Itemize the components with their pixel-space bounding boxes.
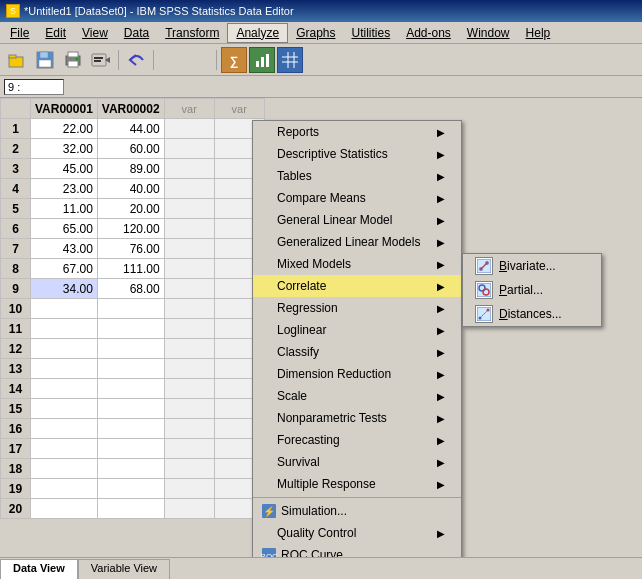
dialog-recall-button[interactable] [88,47,114,73]
cell-empty[interactable] [164,459,214,479]
cell-empty[interactable] [164,159,214,179]
menu-window[interactable]: Window [459,24,518,42]
print-button[interactable] [60,47,86,73]
cell-var2[interactable]: 111.00 [97,259,164,279]
cell-var1[interactable] [31,499,98,519]
open-button[interactable] [4,47,30,73]
cell-var2[interactable] [97,479,164,499]
cell-var2[interactable] [97,499,164,519]
cell-empty[interactable] [164,119,214,139]
cell-var1[interactable]: 43.00 [31,239,98,259]
cell-empty[interactable] [164,379,214,399]
cell-empty[interactable] [164,299,214,319]
menu-item-correlate[interactable]: Correlate ▶ [253,275,461,297]
menu-item-loglinear[interactable]: Loglinear ▶ [253,319,461,341]
cell-empty[interactable] [164,399,214,419]
cell-empty[interactable] [164,439,214,459]
cell-var1[interactable]: 23.00 [31,179,98,199]
menu-item-quality[interactable]: Quality Control ▶ [253,522,461,544]
menu-item-descriptive[interactable]: Descriptive Statistics ▶ [253,143,461,165]
menu-utilities[interactable]: Utilities [343,24,398,42]
col-header-var3[interactable]: var [164,99,214,119]
col-header-var4[interactable]: var [214,99,264,119]
menu-item-nonparametric[interactable]: Nonparametric Tests ▶ [253,407,461,429]
cell-var1[interactable] [31,479,98,499]
cell-empty[interactable] [164,419,214,439]
cell-empty[interactable] [164,219,214,239]
cell-var1[interactable]: 34.00 [31,279,98,299]
variables-button[interactable] [186,47,212,73]
cell-empty[interactable] [164,319,214,339]
cell-var2[interactable]: 40.00 [97,179,164,199]
cell-var1[interactable] [31,459,98,479]
cell-var2[interactable] [97,399,164,419]
cell-var1[interactable]: 32.00 [31,139,98,159]
menu-edit[interactable]: Edit [37,24,74,42]
menu-item-multiple-response[interactable]: Multiple Response ▶ [253,473,461,495]
cell-var1[interactable] [31,299,98,319]
cell-var1[interactable]: 67.00 [31,259,98,279]
cell-var2[interactable]: 89.00 [97,159,164,179]
menu-item-survival[interactable]: Survival ▶ [253,451,461,473]
tab-data-view[interactable]: Data View [0,559,78,579]
menu-data[interactable]: Data [116,24,157,42]
undo-button[interactable] [123,47,149,73]
cell-var1[interactable]: 11.00 [31,199,98,219]
find-button[interactable]: ∑ [221,47,247,73]
cell-var2[interactable] [97,359,164,379]
cell-var1[interactable]: 22.00 [31,119,98,139]
cell-var2[interactable] [97,439,164,459]
cell-var1[interactable] [31,379,98,399]
menu-item-roc[interactable]: ROC ROC Curve... [253,544,461,557]
menu-item-classify[interactable]: Classify ▶ [253,341,461,363]
menu-item-glm[interactable]: General Linear Model ▶ [253,209,461,231]
menu-item-scale[interactable]: Scale ▶ [253,385,461,407]
cell-var2[interactable] [97,459,164,479]
submenu-item-partial[interactable]: Partial... [463,278,601,302]
menu-item-mixed[interactable]: Mixed Models ▶ [253,253,461,275]
grid-button[interactable] [277,47,303,73]
chart-button[interactable] [249,47,275,73]
menu-graphs[interactable]: Graphs [288,24,343,42]
cell-empty[interactable] [164,199,214,219]
menu-view[interactable]: View [74,24,116,42]
cell-empty[interactable] [164,239,214,259]
cell-var2[interactable]: 44.00 [97,119,164,139]
goto-case-button[interactable] [158,47,184,73]
menu-item-dim-reduction[interactable]: Dimension Reduction ▶ [253,363,461,385]
analyze-dropdown[interactable]: Reports ▶ Descriptive Statistics ▶ Table… [252,120,462,557]
menu-help[interactable]: Help [518,24,559,42]
save-button[interactable] [32,47,58,73]
cell-var1[interactable] [31,339,98,359]
cell-var1[interactable] [31,419,98,439]
cell-var1[interactable] [31,359,98,379]
menu-item-compare-means[interactable]: Compare Means ▶ [253,187,461,209]
menu-item-tables[interactable]: Tables ▶ [253,165,461,187]
cell-var1[interactable] [31,319,98,339]
submenu-item-distances[interactable]: Distances... [463,302,601,326]
menu-item-gzlm[interactable]: Generalized Linear Models ▶ [253,231,461,253]
menu-addons[interactable]: Add-ons [398,24,459,42]
cell-empty[interactable] [164,259,214,279]
cell-empty[interactable] [164,179,214,199]
correlate-submenu[interactable]: Bivariate... Partial... Distances... [462,253,602,327]
cell-var1[interactable]: 65.00 [31,219,98,239]
cell-var2[interactable] [97,299,164,319]
cell-var1[interactable]: 45.00 [31,159,98,179]
tab-variable-view[interactable]: Variable View [78,559,170,579]
cell-empty[interactable] [164,479,214,499]
cell-var2[interactable] [97,319,164,339]
cell-var2[interactable]: 20.00 [97,199,164,219]
cell-empty[interactable] [164,279,214,299]
cell-var1[interactable] [31,439,98,459]
cell-var2[interactable]: 76.00 [97,239,164,259]
menu-analyze[interactable]: Analyze [227,23,288,43]
cell-empty[interactable] [164,339,214,359]
cell-empty[interactable] [164,359,214,379]
menu-item-reports[interactable]: Reports ▶ [253,121,461,143]
cell-var2[interactable]: 68.00 [97,279,164,299]
menu-file[interactable]: File [2,24,37,42]
col-header-var2[interactable]: VAR00002 [97,99,164,119]
cell-var2[interactable]: 120.00 [97,219,164,239]
cell-empty[interactable] [164,139,214,159]
